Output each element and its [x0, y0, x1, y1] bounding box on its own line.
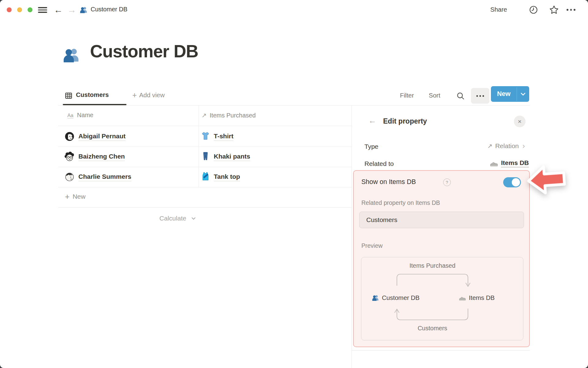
button-divider: [517, 87, 517, 101]
new-button[interactable]: New: [491, 86, 529, 102]
minimize-window-button[interactable]: [17, 7, 22, 12]
more-icon: [477, 95, 484, 97]
toggle-knob: [512, 178, 520, 186]
close-icon[interactable]: ×: [514, 116, 526, 127]
calculate-button[interactable]: Calculate: [58, 215, 197, 222]
chevron-down-icon[interactable]: [520, 91, 526, 97]
type-field-value[interactable]: ↗ Relation ›: [453, 142, 525, 150]
people-icon: [372, 294, 379, 301]
toolbar-divider: [58, 105, 530, 105]
diagram-bottom-label: Customers: [397, 325, 468, 332]
table-bottom-divider: [58, 207, 352, 208]
row-name-link[interactable]: Baizheng Chen: [78, 153, 125, 161]
sidebar-menu-icon[interactable]: [38, 7, 47, 13]
plus-icon: +: [65, 192, 70, 201]
section-divider: [352, 350, 530, 351]
row-divider: [58, 126, 352, 126]
related-property-label: Related property on Items DB: [361, 199, 440, 206]
show-on-items-db-toggle[interactable]: [503, 177, 521, 187]
page-title[interactable]: Customer DB: [90, 41, 198, 61]
chevron-right-icon: ›: [522, 143, 525, 149]
row-divider: [58, 187, 352, 187]
row-divider: [58, 167, 352, 167]
title-property-icon: Aa: [67, 113, 74, 119]
preview-label: Preview: [361, 242, 383, 249]
column-header-items-purchased[interactable]: ↗Items Purchased: [202, 112, 256, 119]
tshirt-icon: [201, 131, 210, 140]
annotation-arrow-icon: [525, 161, 567, 198]
avatar-man-curly-glasses-icon: [64, 151, 75, 162]
plus-icon: +: [132, 91, 137, 99]
back-icon[interactable]: ←: [54, 4, 63, 15]
jeans-icon: [201, 151, 210, 161]
preview-diagram: Items Purchased Customer DB Items DB Cus…: [361, 257, 523, 340]
row-divider: [58, 147, 352, 147]
back-icon[interactable]: ←: [368, 116, 376, 125]
help-icon[interactable]: ?: [443, 178, 451, 186]
sneaker-icon: [459, 294, 466, 301]
table-view-icon: [65, 92, 73, 100]
avatar-person-sunglasses-icon: [64, 172, 75, 182]
forward-icon[interactable]: →: [67, 4, 76, 15]
related-property-input[interactable]: Customers: [359, 212, 524, 228]
title-bar: ← → Customer DB Share: [0, 0, 588, 20]
notion-window: ← → Customer DB Share Customer DB: [0, 0, 588, 368]
tank-top-icon: [201, 172, 210, 181]
star-icon[interactable]: [549, 5, 559, 15]
row-name-link[interactable]: Charlie Summers: [78, 173, 131, 181]
chevron-down-icon: [190, 215, 197, 221]
new-row-button[interactable]: +New: [65, 192, 85, 201]
related-to-field-label: Related to: [364, 160, 394, 167]
row-name-link[interactable]: Abigail Pernaut: [78, 132, 126, 141]
close-window-button[interactable]: [7, 7, 12, 12]
row-item-link[interactable]: Tank top: [214, 173, 240, 181]
filter-button[interactable]: Filter: [400, 92, 414, 99]
breadcrumb[interactable]: Customer DB: [91, 6, 127, 13]
row-item-link[interactable]: T-shirt: [214, 132, 233, 141]
more-icon[interactable]: [567, 9, 575, 11]
share-button[interactable]: Share: [490, 6, 507, 13]
panel-divider: [352, 105, 352, 368]
column-header-name[interactable]: AaName: [67, 112, 93, 119]
sneaker-icon: [490, 159, 498, 167]
relation-icon: ↗: [202, 112, 207, 119]
view-options-button[interactable]: [471, 88, 489, 104]
relation-icon: ↗: [487, 142, 492, 150]
clock-icon[interactable]: [529, 5, 538, 14]
sort-button[interactable]: Sort: [429, 92, 440, 99]
show-on-items-db-label: Show on Items DB: [361, 178, 416, 186]
related-to-field-value[interactable]: Items DB: [453, 159, 529, 167]
row-item-link[interactable]: Khaki pants: [214, 153, 250, 161]
diagram-node-customer-db: Customer DB: [372, 294, 420, 301]
search-icon[interactable]: [456, 91, 465, 101]
avatar-woman-bob-icon: [64, 131, 75, 142]
people-icon: [80, 6, 88, 14]
type-field-label: Type: [364, 143, 379, 150]
add-view-button[interactable]: +Add view: [132, 91, 165, 100]
tab-customers[interactable]: Customers: [76, 91, 109, 98]
panel-title: Edit property: [383, 117, 427, 125]
diagram-node-items-db: Items DB: [459, 294, 495, 301]
zoom-window-button[interactable]: [28, 7, 32, 12]
column-divider: [198, 105, 199, 187]
people-icon[interactable]: [62, 46, 80, 64]
